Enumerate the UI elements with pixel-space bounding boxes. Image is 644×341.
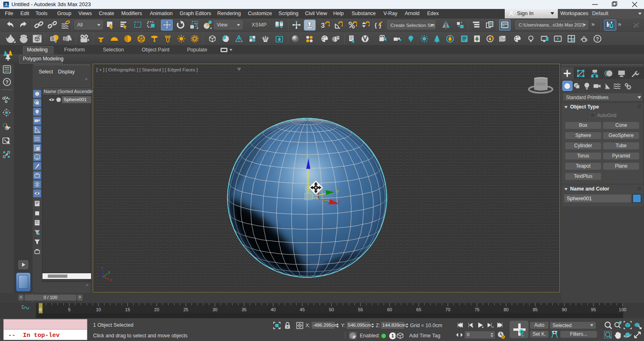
svg-text:25: 25 <box>183 307 188 312</box>
svg-text:55: 55 <box>358 307 363 312</box>
svg-text:{: { <box>374 22 377 29</box>
svg-text:?: ? <box>5 80 9 85</box>
svg-text:z: z <box>101 266 103 270</box>
svg-text:[ + ] [ Orthographic ] [ Stand: [ + ] [ Orthographic ] [ Standard ] [ Ed… <box>96 67 198 72</box>
svg-text:3: 3 <box>321 22 325 29</box>
svg-text:70: 70 <box>446 307 450 312</box>
svg-text:y: y <box>108 270 110 274</box>
svg-text:40: 40 <box>271 307 276 312</box>
svg-text:0: 0 <box>39 307 42 312</box>
svg-text:30: 30 <box>212 307 217 312</box>
svg-text:80: 80 <box>504 307 508 312</box>
svg-text:10: 10 <box>96 307 101 312</box>
svg-text:85: 85 <box>533 307 537 312</box>
svg-text:20: 20 <box>154 307 159 312</box>
svg-text:60: 60 <box>387 307 392 312</box>
svg-text:90: 90 <box>562 307 567 312</box>
svg-text:50: 50 <box>329 307 334 312</box>
svg-text:35: 35 <box>241 307 246 312</box>
svg-text:x: x <box>339 199 341 204</box>
svg-text:z: z <box>306 153 309 158</box>
svg-text:x: x <box>110 278 112 282</box>
svg-text:?: ? <box>596 36 599 42</box>
svg-text:y: y <box>336 188 339 193</box>
svg-text:45: 45 <box>300 307 305 312</box>
svg-text:75: 75 <box>475 307 479 312</box>
svg-text:15: 15 <box>125 307 130 312</box>
svg-text:5: 5 <box>68 307 71 312</box>
svg-text:3: 3 <box>5 2 7 7</box>
svg-text:100: 100 <box>619 307 626 312</box>
svg-text:95: 95 <box>591 307 596 312</box>
svg-text:65: 65 <box>416 307 421 312</box>
